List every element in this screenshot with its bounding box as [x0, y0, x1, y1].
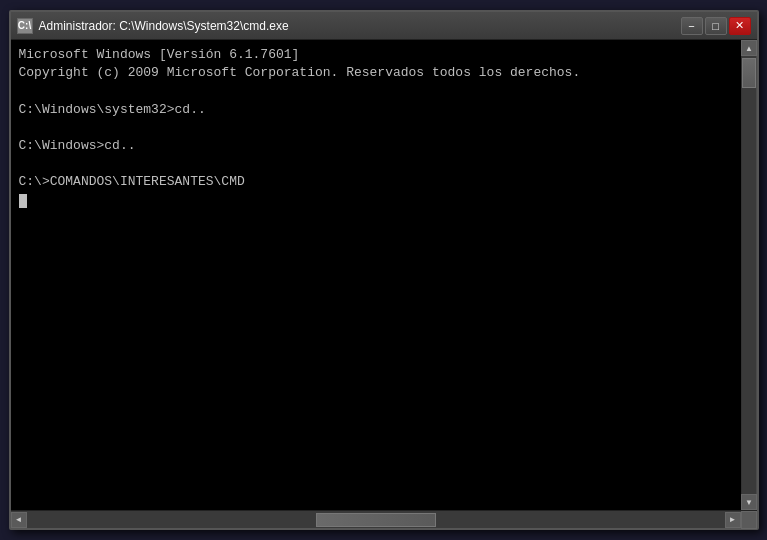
scroll-left-button[interactable]: ◄	[11, 512, 27, 528]
terminal-line6: C:\Windows>cd..	[19, 138, 136, 153]
vertical-scrollbar[interactable]: ▲ ▼	[741, 40, 757, 510]
terminal-cursor	[19, 194, 27, 208]
terminal-line8: C:\>COMANDOS\INTERESANTES\CMD	[19, 174, 245, 189]
status-bar: ◄ ►	[11, 510, 757, 528]
window-body: Microsoft Windows [Versión 6.1.7601] Cop…	[11, 40, 757, 510]
horizontal-scrollbar[interactable]: ◄ ►	[11, 511, 741, 529]
scroll-up-button[interactable]: ▲	[741, 40, 757, 56]
title-bar-left: C:\ Administrador: C:\Windows\System32\c…	[17, 18, 289, 34]
scroll-corner	[741, 511, 757, 529]
scroll-right-button[interactable]: ►	[725, 512, 741, 528]
scroll-track-h[interactable]	[27, 513, 725, 527]
maximize-button[interactable]: □	[705, 17, 727, 35]
minimize-button[interactable]: −	[681, 17, 703, 35]
window-controls: − □ ✕	[681, 17, 751, 35]
cmd-icon: C:\	[17, 18, 33, 34]
terminal-line4: C:\Windows\system32>cd..	[19, 102, 206, 117]
cmd-window: C:\ Administrador: C:\Windows\System32\c…	[9, 10, 759, 530]
terminal-line1: Microsoft Windows [Versión 6.1.7601]	[19, 47, 300, 62]
scroll-down-button[interactable]: ▼	[741, 494, 757, 510]
window-title: Administrador: C:\Windows\System32\cmd.e…	[39, 19, 289, 33]
close-button[interactable]: ✕	[729, 17, 751, 35]
scroll-thumb-v[interactable]	[742, 58, 756, 88]
scroll-thumb-h[interactable]	[316, 513, 436, 527]
terminal-line2: Copyright (c) 2009 Microsoft Corporation…	[19, 65, 581, 80]
title-bar: C:\ Administrador: C:\Windows\System32\c…	[11, 12, 757, 40]
terminal-output[interactable]: Microsoft Windows [Versión 6.1.7601] Cop…	[11, 40, 741, 510]
scroll-track-v[interactable]	[742, 56, 756, 494]
